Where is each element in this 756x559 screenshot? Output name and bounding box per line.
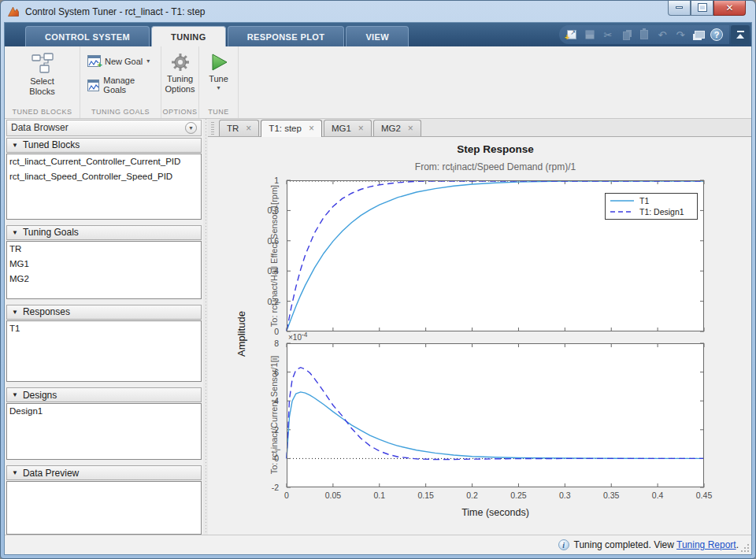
group-caption-options: OPTIONS: [161, 106, 198, 118]
responses-list[interactable]: T1: [6, 320, 202, 383]
close-tab-icon[interactable]: ×: [246, 124, 251, 133]
gear-icon: [171, 53, 190, 72]
document-tab-strip: TR × T1: step × MG1 × MG2 ×: [208, 119, 751, 137]
x-axis-label: Time (seconds): [287, 507, 704, 518]
bottom-plot-axes[interactable]: [287, 343, 704, 487]
undo-button[interactable]: ↶: [654, 27, 670, 43]
close-tab-icon[interactable]: ×: [408, 124, 413, 133]
legend: T1 T1: Design1: [605, 193, 698, 220]
cut-icon: ✂: [604, 29, 613, 41]
section-header-designs[interactable]: ▼ Designs: [6, 387, 202, 402]
list-item[interactable]: rct_linact_Speed_Controller_Speed_PID: [7, 169, 201, 184]
redo-button[interactable]: ↷: [673, 27, 688, 43]
group-caption-tune: TUNE: [199, 106, 238, 118]
legend-entry-t1-design1: T1: Design1: [610, 207, 692, 217]
group-tune: Tune ▾ TUNE: [199, 46, 239, 118]
info-icon: i: [558, 539, 569, 550]
chevron-down-icon: ▼: [12, 469, 18, 476]
data-preview-list[interactable]: [6, 481, 202, 535]
restore-icon: [699, 4, 706, 11]
close-icon: ✕: [725, 3, 733, 13]
doc-tab-mg1[interactable]: MG1 ×: [324, 120, 372, 136]
tab-control-system[interactable]: CONTROL SYSTEM: [25, 26, 150, 46]
undo-icon: ↶: [658, 29, 667, 41]
document-pane: TR × T1: step × MG1 × MG2 ×: [208, 119, 751, 535]
group-caption-tuned-blocks: TUNED BLOCKS: [5, 106, 80, 118]
window-title: Control System Tuner - rct_linact - T1: …: [25, 6, 206, 17]
close-tab-icon[interactable]: ×: [309, 124, 314, 133]
legend-entry-t1: T1: [610, 196, 692, 205]
list-item[interactable]: rct_linact_Current_Controller_Current_PI…: [7, 154, 201, 169]
open-in-new-window-button[interactable]: ↗ +: [564, 27, 580, 43]
save-button[interactable]: [582, 27, 598, 43]
paste-icon: [640, 30, 648, 39]
paste-button[interactable]: [636, 27, 652, 43]
cut-button[interactable]: ✂: [600, 27, 616, 43]
tuning-report-link[interactable]: Tuning Report: [676, 539, 736, 550]
select-blocks-button[interactable]: SelectBlocks: [15, 50, 70, 98]
doc-tab-t1-step[interactable]: T1: step ×: [261, 120, 322, 137]
section-header-tuned-blocks[interactable]: ▼ Tuned Blocks: [6, 138, 202, 153]
window-content: CONTROL SYSTEM TUNING RESPONSE PLOT VIEW…: [4, 22, 752, 555]
group-tuned-blocks: SelectBlocks TUNED BLOCKS: [5, 46, 80, 118]
section-header-responses[interactable]: ▼ Responses: [6, 305, 202, 320]
section-header-data-preview[interactable]: ▼ Data Preview: [6, 465, 202, 480]
list-item[interactable]: Design1: [7, 404, 201, 419]
matlab-logo-icon: [7, 6, 20, 18]
y-axis-label-amplitude: Amplitude: [235, 311, 247, 357]
group-tuning-goals: + New Goal ▾ Manage Goals TUN: [80, 46, 161, 118]
ribbon-tab-bar: CONTROL SYSTEM TUNING RESPONSE PLOT VIEW…: [5, 23, 751, 46]
data-browser-title: Data Browser: [11, 122, 69, 133]
list-item[interactable]: MG2: [7, 272, 201, 287]
chevron-down-icon: ▼: [12, 142, 18, 149]
tuning-options-button[interactable]: TuningOptions: [165, 50, 196, 95]
data-browser-header: Data Browser ▼: [6, 120, 202, 136]
tab-response-plot[interactable]: RESPONSE PLOT: [228, 26, 345, 46]
status-bar: i Tuning completed. View Tuning Report.: [5, 535, 751, 554]
tuning-goals-list[interactable]: TR MG1 MG2: [6, 241, 202, 299]
manage-goals-button[interactable]: Manage Goals: [85, 74, 156, 96]
new-goal-icon: +: [87, 55, 101, 67]
minimize-ribbon-button[interactable]: [731, 25, 750, 44]
window-layout-icon: [695, 31, 705, 39]
tuned-blocks-list[interactable]: rct_linact_Current_Controller_Current_PI…: [6, 154, 202, 220]
window-layout-button[interactable]: [691, 27, 706, 43]
manage-goals-icon: [87, 80, 99, 91]
tab-tuning[interactable]: TUNING: [151, 26, 226, 46]
quick-access-toolbar: ↗ + ✂ ↶ ↷ ?: [559, 25, 729, 44]
list-item[interactable]: T1: [7, 321, 201, 336]
help-button[interactable]: ?: [709, 27, 724, 43]
designs-list[interactable]: Design1: [6, 403, 202, 460]
list-item[interactable]: MG1: [7, 257, 201, 272]
ribbon-toolbar: SelectBlocks TUNED BLOCKS + New Goal: [5, 46, 751, 119]
resize-grip[interactable]: [741, 544, 749, 552]
bottom-plot-y-tick-labels: 8 6 4 2 0 -2: [255, 343, 284, 487]
plus-badge-icon: +: [565, 34, 569, 42]
data-browser-menu-button[interactable]: ▼: [185, 122, 197, 134]
tune-button[interactable]: Tune ▾: [204, 50, 233, 92]
group-options: TuningOptions OPTIONS: [161, 46, 199, 118]
copy-button[interactable]: [618, 27, 634, 43]
doc-tab-tr[interactable]: TR ×: [219, 120, 259, 136]
x-axis-tick-labels: 0 0.05 0.1 0.15 0.2 0.25 0.3 0.35 0.4 0.…: [287, 491, 704, 502]
ribbon-tabs: CONTROL SYSTEM TUNING RESPONSE PLOT VIEW: [25, 26, 409, 46]
chevron-down-icon: ▼: [12, 309, 18, 316]
list-item[interactable]: TR: [7, 242, 201, 257]
minimize-button[interactable]: [668, 1, 691, 16]
tune-play-icon: [209, 53, 229, 72]
restore-button[interactable]: [691, 1, 713, 16]
close-tab-icon[interactable]: ×: [358, 124, 364, 133]
top-plot-y-tick-labels: 1 0.8 0.6 0.4 0.2 0: [255, 180, 284, 331]
redo-icon: ↷: [676, 29, 685, 41]
new-goal-button[interactable]: + New Goal ▾: [85, 54, 156, 68]
section-header-tuning-goals[interactable]: ▼ Tuning Goals: [6, 225, 202, 240]
save-icon: [585, 30, 595, 39]
tab-view[interactable]: VIEW: [346, 26, 409, 46]
tune-dropdown-icon: ▾: [217, 84, 220, 91]
tabstrip-grip[interactable]: [211, 122, 214, 135]
chart-canvas: Step Response From: rctlinact/Speed Dema…: [208, 137, 751, 535]
help-icon: ?: [710, 28, 723, 41]
chart-title: Step Response: [287, 143, 704, 155]
close-button[interactable]: ✕: [713, 1, 746, 16]
doc-tab-mg2[interactable]: MG2 ×: [373, 120, 421, 136]
